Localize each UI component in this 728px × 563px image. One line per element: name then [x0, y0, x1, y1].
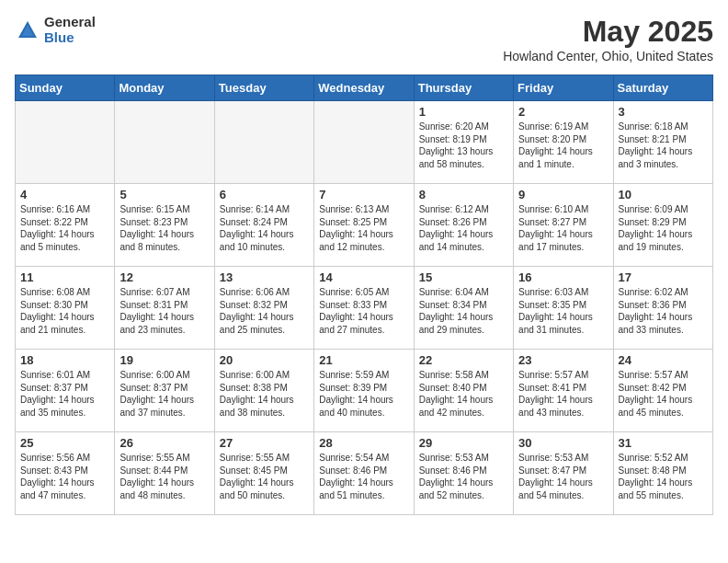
calendar-table: SundayMondayTuesdayWednesdayThursdayFrid… — [15, 75, 713, 515]
day-number: 30 — [518, 436, 608, 450]
day-number: 26 — [119, 436, 209, 450]
calendar-cell: 21Sunrise: 5:59 AM Sunset: 8:39 PM Dayli… — [314, 350, 414, 432]
day-number: 17 — [619, 270, 708, 284]
calendar-cell: 12Sunrise: 6:07 AM Sunset: 8:31 PM Dayli… — [115, 267, 214, 350]
calendar-week-3: 11Sunrise: 6:08 AM Sunset: 8:30 PM Dayli… — [16, 267, 713, 350]
day-info: Sunrise: 6:07 AM Sunset: 8:31 PM Dayligh… — [119, 286, 209, 336]
day-info: Sunrise: 5:52 AM Sunset: 8:48 PM Dayligh… — [619, 452, 708, 501]
day-number: 6 — [220, 188, 309, 201]
logo-text: General Blue — [44, 15, 96, 45]
day-number: 9 — [518, 188, 608, 201]
day-number: 3 — [619, 105, 708, 119]
day-info: Sunrise: 6:20 AM Sunset: 8:19 PM Dayligh… — [419, 121, 508, 170]
day-info: Sunrise: 6:19 AM Sunset: 8:20 PM Dayligh… — [518, 121, 608, 170]
day-number: 19 — [119, 353, 209, 367]
day-number: 8 — [419, 188, 508, 201]
day-number: 27 — [220, 436, 309, 450]
day-info: Sunrise: 6:03 AM Sunset: 8:35 PM Dayligh… — [518, 286, 608, 336]
header-day-saturday: Saturday — [613, 75, 712, 101]
calendar-header-row: SundayMondayTuesdayWednesdayThursdayFrid… — [16, 75, 713, 101]
page-header: General Blue May 2025 Howland Center, Oh… — [15, 15, 713, 63]
day-number: 5 — [119, 188, 209, 201]
day-info: Sunrise: 5:58 AM Sunset: 8:40 PM Dayligh… — [419, 369, 508, 419]
day-number: 23 — [518, 353, 608, 367]
day-number: 2 — [518, 105, 608, 119]
day-number: 1 — [419, 105, 508, 119]
day-info: Sunrise: 5:57 AM Sunset: 8:41 PM Dayligh… — [518, 369, 608, 419]
day-info: Sunrise: 6:15 AM Sunset: 8:23 PM Dayligh… — [119, 203, 209, 253]
day-number: 31 — [619, 436, 708, 450]
calendar-title: May 2025 — [503, 15, 713, 49]
calendar-cell: 26Sunrise: 5:55 AM Sunset: 8:44 PM Dayli… — [115, 432, 214, 515]
day-info: Sunrise: 6:09 AM Sunset: 8:29 PM Dayligh… — [619, 203, 708, 253]
calendar-cell — [214, 101, 313, 184]
day-info: Sunrise: 6:18 AM Sunset: 8:21 PM Dayligh… — [619, 121, 708, 170]
calendar-cell: 17Sunrise: 6:02 AM Sunset: 8:36 PM Dayli… — [613, 267, 712, 350]
day-info: Sunrise: 6:16 AM Sunset: 8:22 PM Dayligh… — [20, 203, 109, 253]
header-day-wednesday: Wednesday — [314, 75, 414, 101]
calendar-cell: 16Sunrise: 6:03 AM Sunset: 8:35 PM Dayli… — [514, 267, 613, 350]
calendar-cell: 11Sunrise: 6:08 AM Sunset: 8:30 PM Dayli… — [16, 267, 115, 350]
day-info: Sunrise: 5:54 AM Sunset: 8:46 PM Dayligh… — [319, 452, 408, 501]
day-info: Sunrise: 6:06 AM Sunset: 8:32 PM Dayligh… — [220, 286, 309, 336]
calendar-cell: 13Sunrise: 6:06 AM Sunset: 8:32 PM Dayli… — [214, 267, 313, 350]
calendar-cell: 25Sunrise: 5:56 AM Sunset: 8:43 PM Dayli… — [16, 432, 115, 515]
calendar-cell: 18Sunrise: 6:01 AM Sunset: 8:37 PM Dayli… — [16, 350, 115, 432]
day-info: Sunrise: 5:55 AM Sunset: 8:45 PM Dayligh… — [220, 452, 309, 501]
day-number: 25 — [20, 436, 109, 450]
day-info: Sunrise: 5:55 AM Sunset: 8:44 PM Dayligh… — [119, 452, 209, 501]
day-number: 28 — [319, 436, 408, 450]
logo-line1: General — [44, 15, 96, 30]
day-info: Sunrise: 5:59 AM Sunset: 8:39 PM Dayligh… — [319, 369, 408, 419]
day-info: Sunrise: 6:00 AM Sunset: 8:38 PM Dayligh… — [220, 369, 309, 419]
day-number: 4 — [20, 188, 109, 201]
logo: General Blue — [15, 15, 96, 45]
header-day-thursday: Thursday — [414, 75, 513, 101]
calendar-cell: 27Sunrise: 5:55 AM Sunset: 8:45 PM Dayli… — [214, 432, 313, 515]
day-number: 20 — [220, 353, 309, 367]
header-day-tuesday: Tuesday — [214, 75, 313, 101]
day-number: 7 — [319, 188, 408, 201]
title-area: May 2025 Howland Center, Ohio, United St… — [503, 15, 713, 63]
calendar-cell: 9Sunrise: 6:10 AM Sunset: 8:27 PM Daylig… — [514, 184, 613, 267]
day-info: Sunrise: 5:53 AM Sunset: 8:46 PM Dayligh… — [419, 452, 508, 501]
calendar-cell: 2Sunrise: 6:19 AM Sunset: 8:20 PM Daylig… — [514, 101, 613, 184]
day-info: Sunrise: 6:04 AM Sunset: 8:34 PM Dayligh… — [419, 286, 508, 336]
calendar-cell: 15Sunrise: 6:04 AM Sunset: 8:34 PM Dayli… — [414, 267, 513, 350]
calendar-cell: 24Sunrise: 5:57 AM Sunset: 8:42 PM Dayli… — [613, 350, 712, 432]
calendar-cell: 5Sunrise: 6:15 AM Sunset: 8:23 PM Daylig… — [115, 184, 214, 267]
calendar-cell: 28Sunrise: 5:54 AM Sunset: 8:46 PM Dayli… — [314, 432, 414, 515]
header-day-monday: Monday — [115, 75, 214, 101]
calendar-week-4: 18Sunrise: 6:01 AM Sunset: 8:37 PM Dayli… — [16, 350, 713, 432]
day-info: Sunrise: 6:12 AM Sunset: 8:26 PM Dayligh… — [419, 203, 508, 253]
calendar-cell: 3Sunrise: 6:18 AM Sunset: 8:21 PM Daylig… — [613, 101, 712, 184]
day-number: 16 — [518, 270, 608, 284]
calendar-cell: 23Sunrise: 5:57 AM Sunset: 8:41 PM Dayli… — [514, 350, 613, 432]
header-day-friday: Friday — [514, 75, 613, 101]
calendar-cell: 20Sunrise: 6:00 AM Sunset: 8:38 PM Dayli… — [214, 350, 313, 432]
logo-icon — [15, 17, 40, 43]
day-info: Sunrise: 5:56 AM Sunset: 8:43 PM Dayligh… — [20, 452, 109, 501]
day-number: 22 — [419, 353, 508, 367]
day-info: Sunrise: 6:10 AM Sunset: 8:27 PM Dayligh… — [518, 203, 608, 253]
calendar-cell: 7Sunrise: 6:13 AM Sunset: 8:25 PM Daylig… — [314, 184, 414, 267]
day-number: 10 — [619, 188, 708, 201]
day-number: 13 — [220, 270, 309, 284]
calendar-week-5: 25Sunrise: 5:56 AM Sunset: 8:43 PM Dayli… — [16, 432, 713, 515]
day-info: Sunrise: 6:00 AM Sunset: 8:37 PM Dayligh… — [119, 369, 209, 419]
calendar-cell: 6Sunrise: 6:14 AM Sunset: 8:24 PM Daylig… — [214, 184, 313, 267]
day-number: 11 — [20, 270, 109, 284]
day-info: Sunrise: 6:01 AM Sunset: 8:37 PM Dayligh… — [20, 369, 109, 419]
calendar-week-1: 1Sunrise: 6:20 AM Sunset: 8:19 PM Daylig… — [16, 101, 713, 184]
day-number: 24 — [619, 353, 708, 367]
day-number: 14 — [319, 270, 408, 284]
calendar-cell: 4Sunrise: 6:16 AM Sunset: 8:22 PM Daylig… — [16, 184, 115, 267]
calendar-cell — [314, 101, 414, 184]
calendar-cell: 8Sunrise: 6:12 AM Sunset: 8:26 PM Daylig… — [414, 184, 513, 267]
calendar-cell: 1Sunrise: 6:20 AM Sunset: 8:19 PM Daylig… — [414, 101, 513, 184]
calendar-subtitle: Howland Center, Ohio, United States — [503, 49, 713, 63]
calendar-cell — [115, 101, 214, 184]
day-info: Sunrise: 6:05 AM Sunset: 8:33 PM Dayligh… — [319, 286, 408, 336]
calendar-cell: 22Sunrise: 5:58 AM Sunset: 8:40 PM Dayli… — [414, 350, 513, 432]
calendar-cell: 14Sunrise: 6:05 AM Sunset: 8:33 PM Dayli… — [314, 267, 414, 350]
